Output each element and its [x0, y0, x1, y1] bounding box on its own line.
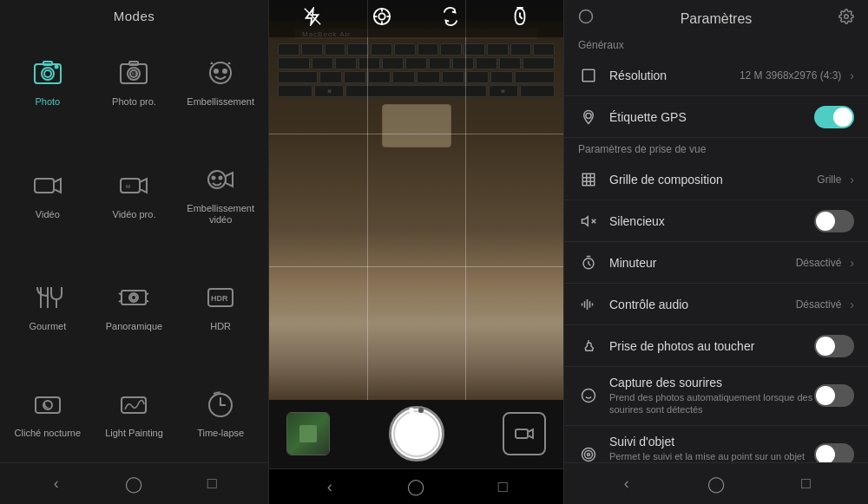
setting-suivi-objet[interactable]: Suivi d'objet Permet le suivi et la mise…: [564, 426, 868, 462]
flash-icon[interactable]: [303, 7, 322, 30]
setting-gps[interactable]: Étiquette GPS: [564, 96, 868, 138]
mode-photo-pro[interactable]: M Photo pro.: [91, 29, 178, 132]
hdr-icon: HDR: [201, 278, 240, 317]
mode-embellissement-label: Embellissement: [187, 96, 254, 108]
mode-video[interactable]: Vidéo: [4, 135, 91, 250]
settings-cam-icon[interactable]: [372, 7, 391, 30]
video-m-icon: M: [115, 167, 153, 205]
cam-timer-icon[interactable]: [510, 7, 529, 30]
sourires-sublabel: Prend des photos automatiquement lorsque…: [609, 391, 814, 416]
mode-embellissement-video-label: Embellissement vidéo: [181, 203, 260, 226]
gourmet-icon: [29, 278, 67, 317]
back-nav-left[interactable]: ‹: [39, 467, 74, 501]
mode-panoramique[interactable]: Panoramique: [91, 253, 178, 357]
home-nav-right[interactable]: ◯: [699, 467, 733, 501]
suivi-objet-sublabel: Permet le suivi et la mise au point sur …: [609, 450, 814, 462]
setting-silencieux[interactable]: Silencieux: [564, 200, 868, 242]
mode-photo-pro-label: Photo pro.: [112, 96, 156, 108]
camera-m-icon: M: [115, 54, 153, 92]
mode-timelapse-label: Time-lapse: [197, 428, 244, 439]
setting-grille[interactable]: Grille de composition Grille ›: [564, 159, 868, 200]
mode-embellissement-video[interactable]: Embellissement vidéo: [177, 135, 264, 250]
svg-point-46: [586, 113, 591, 118]
mode-gourmet[interactable]: Gourmet: [4, 253, 91, 357]
settings-gear-icon[interactable]: [838, 9, 854, 29]
camera-top-bar: [269, 0, 563, 37]
mode-video-pro[interactable]: M Vidéo pro.: [91, 135, 178, 250]
setting-minuteur[interactable]: Minuteur Désactivé ›: [564, 242, 868, 284]
prise-toucher-content: Prise de photos au toucher: [609, 339, 814, 353]
svg-point-64: [582, 389, 595, 403]
camera-rotate-icon[interactable]: [441, 7, 460, 30]
settings-panel: Paramètres Généraux Résolution 12 M 3968…: [564, 0, 868, 504]
minuteur-content: Minuteur: [609, 256, 796, 270]
mode-photo[interactable]: Photo: [4, 29, 91, 132]
setting-prise-toucher[interactable]: Prise de photos au toucher: [564, 325, 868, 367]
mode-hdr-label: HDR: [210, 321, 231, 332]
svg-point-43: [580, 10, 593, 23]
mode-photo-label: Photo: [35, 96, 60, 108]
svg-point-4: [55, 66, 57, 69]
controle-audio-right: Désactivé ›: [796, 298, 854, 311]
grille-right: Grille ›: [817, 173, 854, 187]
minuteur-value: Désactivé: [796, 257, 842, 269]
prise-toucher-right: [814, 335, 854, 357]
square-nav-right[interactable]: □: [788, 467, 823, 501]
shutter-button[interactable]: [389, 406, 444, 461]
camera-viewfinder: MacBook Air: [269, 0, 563, 400]
back-nav-mid[interactable]: ‹: [312, 469, 347, 504]
controle-audio-label: Contrôle audio: [609, 298, 796, 311]
settings-top-bar: Paramètres: [564, 0, 868, 34]
grille-label: Grille de composition: [609, 173, 817, 187]
thumbnail-preview[interactable]: [286, 412, 330, 455]
gps-right: [814, 106, 854, 128]
mode-cliche-nocturne-label: Cliché nocturne: [15, 428, 81, 439]
suivi-objet-toggle[interactable]: [814, 443, 854, 462]
modes-title: Modes: [0, 0, 268, 29]
left-bottom-nav: ‹ ◯ □: [0, 462, 268, 504]
setting-resolution[interactable]: Résolution 12 M 3968x2976 (4:3) ›: [564, 55, 868, 96]
prise-toucher-toggle[interactable]: [814, 335, 854, 357]
silencieux-right: [814, 210, 854, 232]
grille-chevron: ›: [850, 173, 854, 187]
home-nav-left[interactable]: ◯: [116, 467, 151, 501]
back-nav-right[interactable]: ‹: [609, 467, 644, 501]
square-nav-left[interactable]: □: [194, 467, 229, 501]
sourires-toggle[interactable]: [814, 384, 854, 407]
mode-embellissement[interactable]: Embellissement: [177, 29, 264, 132]
mode-light-painting[interactable]: Light Painting: [91, 359, 178, 462]
silencieux-toggle[interactable]: [814, 210, 854, 232]
settings-title: Paramètres: [594, 11, 838, 27]
controle-audio-chevron: ›: [850, 298, 854, 311]
settings-back-icon[interactable]: [578, 9, 594, 29]
resolution-value: 12 M 3968x2976 (4:3): [740, 69, 841, 82]
face-video-icon: [201, 160, 240, 199]
svg-text:HDR: HDR: [211, 294, 228, 303]
home-nav-mid[interactable]: ◯: [398, 469, 433, 504]
mode-panoramique-label: Panoramique: [106, 321, 162, 332]
square-nav-mid[interactable]: □: [485, 469, 520, 504]
silencieux-label: Silencieux: [609, 214, 814, 228]
svg-point-68: [585, 450, 593, 458]
gps-toggle[interactable]: [814, 106, 854, 128]
grille-content: Grille de composition: [609, 173, 817, 187]
suivi-objet-label: Suivi d'objet: [609, 435, 814, 448]
middle-bottom-nav: ‹ ◯ □: [269, 468, 563, 504]
grid-icon: [578, 172, 599, 187]
light-painting-icon: [115, 385, 153, 423]
setting-sourires[interactable]: Capture des sourires Prend des photos au…: [564, 367, 868, 426]
grille-value: Grille: [817, 173, 841, 186]
dot-1: [409, 408, 414, 413]
mode-timelapse[interactable]: Time-lapse: [177, 359, 264, 462]
setting-controle-audio[interactable]: Contrôle audio Désactivé ›: [564, 284, 868, 325]
mode-cliche-nocturne[interactable]: Cliché nocturne: [4, 359, 91, 462]
suivi-objet-knob: [816, 445, 835, 462]
modes-panel: Modes Photo: [0, 0, 269, 504]
gps-toggle-knob: [833, 108, 852, 127]
video-mode-button[interactable]: [503, 412, 546, 455]
mode-hdr[interactable]: HDR HDR: [177, 253, 264, 357]
svg-marker-52: [582, 216, 589, 226]
shutter-inner: [393, 410, 440, 457]
target-icon: [578, 447, 599, 462]
svg-point-18: [220, 176, 222, 179]
